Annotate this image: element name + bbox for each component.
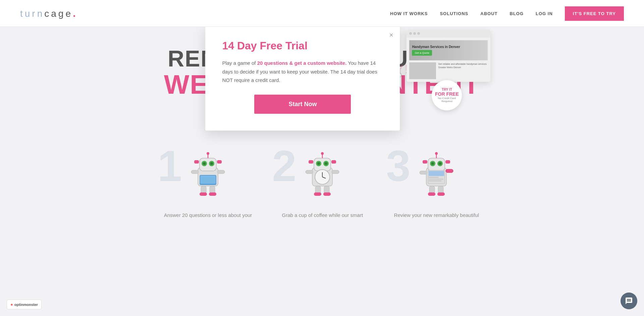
svg-rect-13	[217, 170, 225, 174]
svg-point-23	[325, 162, 327, 165]
svg-rect-11	[200, 176, 216, 184]
try-free-badge: TRY IT FOR FREE No Credit Card Required	[432, 80, 462, 110]
nav-link-how-it-works[interactable]: HOW IT WORKS	[390, 11, 428, 16]
logo-turn: turn	[20, 8, 44, 19]
browser-dot-1	[409, 32, 412, 35]
svg-rect-32	[332, 170, 339, 174]
popup-body: Play a game of 20 questions & get a cust…	[222, 59, 383, 85]
nav-cta-button[interactable]: IT'S FREE TO TRY	[565, 6, 624, 21]
hero-section: REMARKABLY BEAUTIFUL WEBSITES & CONTENT …	[0, 27, 644, 121]
handyman-cta: Get a Quote	[412, 50, 432, 56]
svg-rect-49	[429, 177, 439, 178]
handyman-content: Handyman Services in Denver Get a Quote …	[407, 38, 490, 82]
browser-dot-3	[417, 32, 420, 35]
svg-rect-46	[445, 160, 450, 164]
svg-point-44	[435, 152, 438, 155]
svg-rect-55	[438, 186, 443, 193]
nav-link-blog[interactable]: BLOG	[509, 11, 524, 16]
svg-point-42	[439, 162, 441, 165]
navbar: turncage. HOW IT WORKS SOLUTIONS ABOUT B…	[0, 0, 644, 27]
nav-cta-item[interactable]: IT'S FREE TO TRY	[565, 10, 624, 16]
nav-item-how-it-works[interactable]: HOW IT WORKS	[390, 10, 428, 16]
step-card-1: 1	[161, 141, 256, 219]
svg-point-3	[203, 162, 206, 165]
popup-body-text1: Play a game of	[222, 60, 257, 66]
svg-rect-57	[437, 192, 445, 196]
popup-title: 14 Day Free Trial	[222, 40, 383, 52]
svg-rect-27	[331, 160, 336, 164]
svg-rect-12	[191, 170, 199, 174]
svg-point-21	[317, 162, 320, 165]
step-2-number: 2	[272, 144, 296, 188]
handyman-service-title: Handyman Services in Denver	[412, 45, 460, 49]
handyman-website-preview: Handyman Services in Denver Get a Quote …	[407, 30, 490, 82]
nav-item-about[interactable]: ABOUT	[480, 10, 497, 16]
required-text: Required	[441, 100, 452, 103]
handyman-lower-text: Get reliable and affordable handyman ser…	[438, 62, 488, 79]
robot-1-svg	[190, 151, 226, 198]
browser-chrome	[407, 30, 490, 38]
nav-link-solutions[interactable]: SOLUTIONS	[440, 11, 468, 16]
svg-rect-52	[446, 169, 453, 173]
svg-rect-48	[429, 171, 444, 176]
svg-rect-14	[201, 186, 206, 193]
how-it-works-section: 1	[0, 121, 644, 233]
svg-point-25	[321, 152, 324, 155]
svg-rect-50	[429, 179, 443, 180]
svg-point-40	[431, 162, 434, 165]
svg-rect-15	[210, 186, 215, 193]
handyman-lower-image	[409, 62, 436, 79]
nav-links: HOW IT WORKS SOLUTIONS ABOUT BLOG LOG IN…	[390, 10, 624, 16]
svg-point-7	[207, 152, 209, 155]
robot-3-svg	[418, 151, 455, 198]
svg-rect-31	[306, 170, 313, 174]
try-it-text: TRY IT	[442, 88, 452, 91]
no-credit-text: No Credit Card	[438, 97, 456, 100]
step-card-3: 3	[389, 141, 483, 219]
svg-rect-54	[429, 186, 435, 193]
step-3-text: Review your new remarkably beautiful	[391, 208, 482, 219]
handyman-header-text: Handyman Services in Denver Get a Quote	[412, 45, 460, 56]
popup-body-pink: 20 questions & get a custom website.	[257, 60, 347, 66]
step-1-text: Answer 20 questions or less about your	[161, 208, 256, 219]
logo-cage: cage	[44, 8, 73, 19]
robot-2-svg	[304, 151, 341, 198]
svg-rect-17	[209, 192, 216, 196]
handyman-description: Get reliable and affordable handyman ser…	[438, 62, 488, 69]
svg-rect-8	[194, 160, 199, 164]
svg-rect-34	[324, 186, 329, 193]
popup-close-button[interactable]: ×	[389, 32, 393, 38]
svg-rect-33	[315, 186, 321, 193]
nav-item-login[interactable]: LOG IN	[536, 10, 553, 16]
logo: turncage.	[20, 7, 78, 19]
svg-point-5	[210, 162, 213, 165]
svg-rect-53	[420, 171, 427, 174]
svg-rect-26	[309, 160, 313, 164]
handyman-header-image: Handyman Services in Denver Get a Quote	[409, 40, 488, 60]
svg-rect-36	[323, 192, 331, 196]
step-2-illustration: 2	[275, 141, 369, 208]
svg-rect-9	[217, 160, 222, 164]
handyman-lower-section: Get reliable and affordable handyman ser…	[409, 62, 488, 79]
popup-start-button[interactable]: Start Now	[254, 95, 351, 114]
nav-link-login[interactable]: LOG IN	[536, 11, 553, 16]
svg-rect-16	[200, 192, 207, 196]
step-1-illustration: 1	[161, 141, 255, 208]
logo-dot: .	[73, 7, 78, 19]
browser-dot-2	[413, 32, 416, 35]
svg-rect-35	[314, 192, 321, 196]
nav-item-solutions[interactable]: SOLUTIONS	[440, 10, 468, 16]
svg-rect-51	[429, 180, 441, 181]
for-free-text: FOR FREE	[435, 91, 459, 97]
step-3-illustration: 3	[389, 141, 483, 208]
nav-link-about[interactable]: ABOUT	[480, 11, 497, 16]
nav-item-blog[interactable]: BLOG	[509, 10, 524, 16]
step-2-text: Grab a cup of coffee while our smart	[279, 208, 367, 219]
step-3-number: 3	[386, 144, 410, 188]
step-1-number: 1	[158, 144, 182, 188]
svg-rect-45	[423, 160, 427, 164]
trial-popup: × 14 Day Free Trial Play a game of 20 qu…	[205, 26, 400, 131]
step-card-2: 2	[275, 141, 369, 219]
svg-rect-56	[428, 192, 435, 196]
